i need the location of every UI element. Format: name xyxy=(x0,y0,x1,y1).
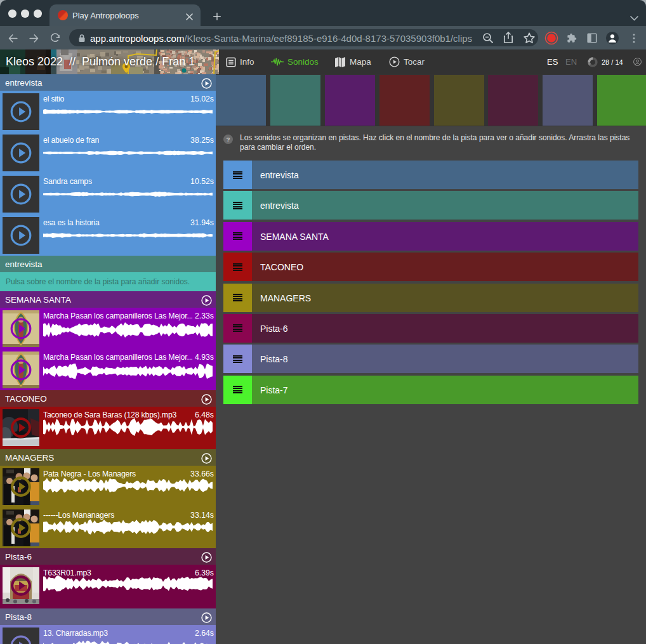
svg-text:?: ? xyxy=(226,136,230,143)
